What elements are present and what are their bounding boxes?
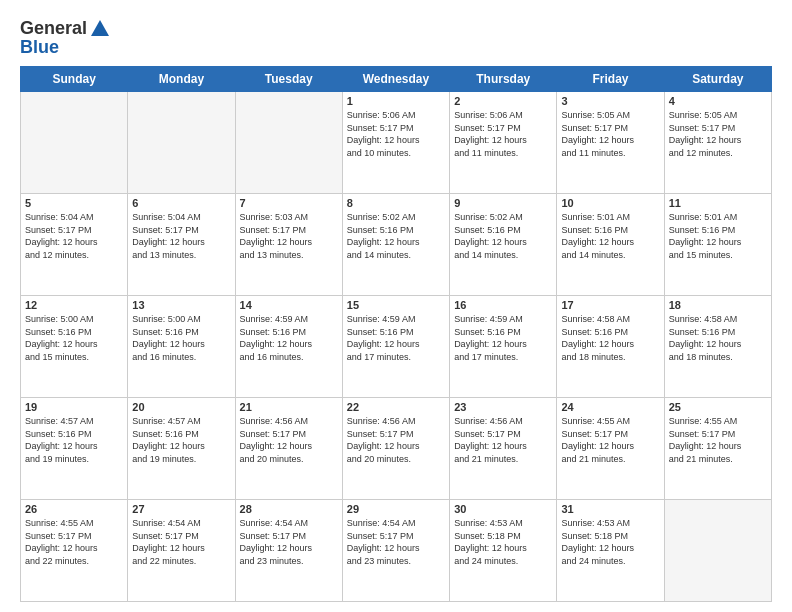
- day-number: 16: [454, 299, 552, 311]
- header: General Blue: [20, 18, 772, 58]
- day-info: Sunrise: 5:02 AM Sunset: 5:16 PM Dayligh…: [454, 211, 552, 261]
- day-number: 15: [347, 299, 445, 311]
- logo-icon: [89, 18, 111, 38]
- calendar-cell: 15Sunrise: 4:59 AM Sunset: 5:16 PM Dayli…: [342, 296, 449, 398]
- day-number: 11: [669, 197, 767, 209]
- day-info: Sunrise: 4:55 AM Sunset: 5:17 PM Dayligh…: [561, 415, 659, 465]
- calendar-cell: 10Sunrise: 5:01 AM Sunset: 5:16 PM Dayli…: [557, 194, 664, 296]
- day-number: 10: [561, 197, 659, 209]
- calendar-table: SundayMondayTuesdayWednesdayThursdayFrid…: [20, 66, 772, 602]
- day-info: Sunrise: 5:04 AM Sunset: 5:17 PM Dayligh…: [25, 211, 123, 261]
- calendar-cell: 12Sunrise: 5:00 AM Sunset: 5:16 PM Dayli…: [21, 296, 128, 398]
- day-info: Sunrise: 5:01 AM Sunset: 5:16 PM Dayligh…: [669, 211, 767, 261]
- weekday-header-friday: Friday: [557, 67, 664, 92]
- calendar-cell: 31Sunrise: 4:53 AM Sunset: 5:18 PM Dayli…: [557, 500, 664, 602]
- calendar-week-5: 26Sunrise: 4:55 AM Sunset: 5:17 PM Dayli…: [21, 500, 772, 602]
- calendar-cell: 4Sunrise: 5:05 AM Sunset: 5:17 PM Daylig…: [664, 92, 771, 194]
- day-info: Sunrise: 4:54 AM Sunset: 5:17 PM Dayligh…: [132, 517, 230, 567]
- calendar-cell: 25Sunrise: 4:55 AM Sunset: 5:17 PM Dayli…: [664, 398, 771, 500]
- day-number: 7: [240, 197, 338, 209]
- weekday-header-monday: Monday: [128, 67, 235, 92]
- day-info: Sunrise: 4:59 AM Sunset: 5:16 PM Dayligh…: [347, 313, 445, 363]
- calendar-cell: 21Sunrise: 4:56 AM Sunset: 5:17 PM Dayli…: [235, 398, 342, 500]
- day-number: 2: [454, 95, 552, 107]
- calendar-cell: 3Sunrise: 5:05 AM Sunset: 5:17 PM Daylig…: [557, 92, 664, 194]
- day-info: Sunrise: 5:06 AM Sunset: 5:17 PM Dayligh…: [454, 109, 552, 159]
- day-info: Sunrise: 4:55 AM Sunset: 5:17 PM Dayligh…: [25, 517, 123, 567]
- logo-blue-text: Blue: [20, 37, 59, 58]
- calendar-cell: 11Sunrise: 5:01 AM Sunset: 5:16 PM Dayli…: [664, 194, 771, 296]
- day-number: 13: [132, 299, 230, 311]
- day-number: 25: [669, 401, 767, 413]
- day-info: Sunrise: 4:57 AM Sunset: 5:16 PM Dayligh…: [25, 415, 123, 465]
- calendar-cell: 24Sunrise: 4:55 AM Sunset: 5:17 PM Dayli…: [557, 398, 664, 500]
- calendar-cell: 7Sunrise: 5:03 AM Sunset: 5:17 PM Daylig…: [235, 194, 342, 296]
- day-number: 30: [454, 503, 552, 515]
- day-info: Sunrise: 5:02 AM Sunset: 5:16 PM Dayligh…: [347, 211, 445, 261]
- calendar-cell: 5Sunrise: 5:04 AM Sunset: 5:17 PM Daylig…: [21, 194, 128, 296]
- day-info: Sunrise: 4:58 AM Sunset: 5:16 PM Dayligh…: [561, 313, 659, 363]
- day-number: 24: [561, 401, 659, 413]
- weekday-header-thursday: Thursday: [450, 67, 557, 92]
- svg-marker-0: [91, 20, 109, 36]
- day-info: Sunrise: 5:00 AM Sunset: 5:16 PM Dayligh…: [25, 313, 123, 363]
- day-info: Sunrise: 4:55 AM Sunset: 5:17 PM Dayligh…: [669, 415, 767, 465]
- weekday-header-row: SundayMondayTuesdayWednesdayThursdayFrid…: [21, 67, 772, 92]
- day-info: Sunrise: 4:57 AM Sunset: 5:16 PM Dayligh…: [132, 415, 230, 465]
- calendar-cell: 23Sunrise: 4:56 AM Sunset: 5:17 PM Dayli…: [450, 398, 557, 500]
- calendar-cell: 26Sunrise: 4:55 AM Sunset: 5:17 PM Dayli…: [21, 500, 128, 602]
- day-number: 3: [561, 95, 659, 107]
- day-number: 31: [561, 503, 659, 515]
- day-number: 12: [25, 299, 123, 311]
- day-info: Sunrise: 4:53 AM Sunset: 5:18 PM Dayligh…: [561, 517, 659, 567]
- day-info: Sunrise: 4:59 AM Sunset: 5:16 PM Dayligh…: [454, 313, 552, 363]
- day-info: Sunrise: 4:56 AM Sunset: 5:17 PM Dayligh…: [454, 415, 552, 465]
- day-number: 18: [669, 299, 767, 311]
- day-number: 29: [347, 503, 445, 515]
- day-info: Sunrise: 4:53 AM Sunset: 5:18 PM Dayligh…: [454, 517, 552, 567]
- calendar-cell: 18Sunrise: 4:58 AM Sunset: 5:16 PM Dayli…: [664, 296, 771, 398]
- day-info: Sunrise: 4:58 AM Sunset: 5:16 PM Dayligh…: [669, 313, 767, 363]
- calendar-cell: 13Sunrise: 5:00 AM Sunset: 5:16 PM Dayli…: [128, 296, 235, 398]
- calendar-cell: 6Sunrise: 5:04 AM Sunset: 5:17 PM Daylig…: [128, 194, 235, 296]
- calendar-cell: 1Sunrise: 5:06 AM Sunset: 5:17 PM Daylig…: [342, 92, 449, 194]
- calendar-cell: [128, 92, 235, 194]
- day-number: 6: [132, 197, 230, 209]
- logo: General Blue: [20, 18, 111, 58]
- day-number: 22: [347, 401, 445, 413]
- calendar-cell: 9Sunrise: 5:02 AM Sunset: 5:16 PM Daylig…: [450, 194, 557, 296]
- calendar-cell: 2Sunrise: 5:06 AM Sunset: 5:17 PM Daylig…: [450, 92, 557, 194]
- day-number: 19: [25, 401, 123, 413]
- calendar-cell: 20Sunrise: 4:57 AM Sunset: 5:16 PM Dayli…: [128, 398, 235, 500]
- calendar-cell: 19Sunrise: 4:57 AM Sunset: 5:16 PM Dayli…: [21, 398, 128, 500]
- calendar-cell: 27Sunrise: 4:54 AM Sunset: 5:17 PM Dayli…: [128, 500, 235, 602]
- day-number: 1: [347, 95, 445, 107]
- day-number: 20: [132, 401, 230, 413]
- day-info: Sunrise: 5:00 AM Sunset: 5:16 PM Dayligh…: [132, 313, 230, 363]
- weekday-header-saturday: Saturday: [664, 67, 771, 92]
- calendar-cell: 16Sunrise: 4:59 AM Sunset: 5:16 PM Dayli…: [450, 296, 557, 398]
- calendar-week-1: 1Sunrise: 5:06 AM Sunset: 5:17 PM Daylig…: [21, 92, 772, 194]
- day-info: Sunrise: 4:54 AM Sunset: 5:17 PM Dayligh…: [347, 517, 445, 567]
- calendar-cell: 28Sunrise: 4:54 AM Sunset: 5:17 PM Dayli…: [235, 500, 342, 602]
- day-number: 21: [240, 401, 338, 413]
- day-number: 9: [454, 197, 552, 209]
- calendar-cell: [21, 92, 128, 194]
- calendar-cell: [235, 92, 342, 194]
- calendar-cell: [664, 500, 771, 602]
- weekday-header-sunday: Sunday: [21, 67, 128, 92]
- calendar-cell: 17Sunrise: 4:58 AM Sunset: 5:16 PM Dayli…: [557, 296, 664, 398]
- calendar-week-4: 19Sunrise: 4:57 AM Sunset: 5:16 PM Dayli…: [21, 398, 772, 500]
- day-number: 14: [240, 299, 338, 311]
- calendar-cell: 22Sunrise: 4:56 AM Sunset: 5:17 PM Dayli…: [342, 398, 449, 500]
- day-number: 5: [25, 197, 123, 209]
- day-number: 4: [669, 95, 767, 107]
- day-number: 8: [347, 197, 445, 209]
- logo-general-text: General: [20, 18, 87, 39]
- day-number: 28: [240, 503, 338, 515]
- day-info: Sunrise: 4:59 AM Sunset: 5:16 PM Dayligh…: [240, 313, 338, 363]
- day-number: 23: [454, 401, 552, 413]
- day-info: Sunrise: 5:01 AM Sunset: 5:16 PM Dayligh…: [561, 211, 659, 261]
- day-info: Sunrise: 5:06 AM Sunset: 5:17 PM Dayligh…: [347, 109, 445, 159]
- day-info: Sunrise: 5:05 AM Sunset: 5:17 PM Dayligh…: [669, 109, 767, 159]
